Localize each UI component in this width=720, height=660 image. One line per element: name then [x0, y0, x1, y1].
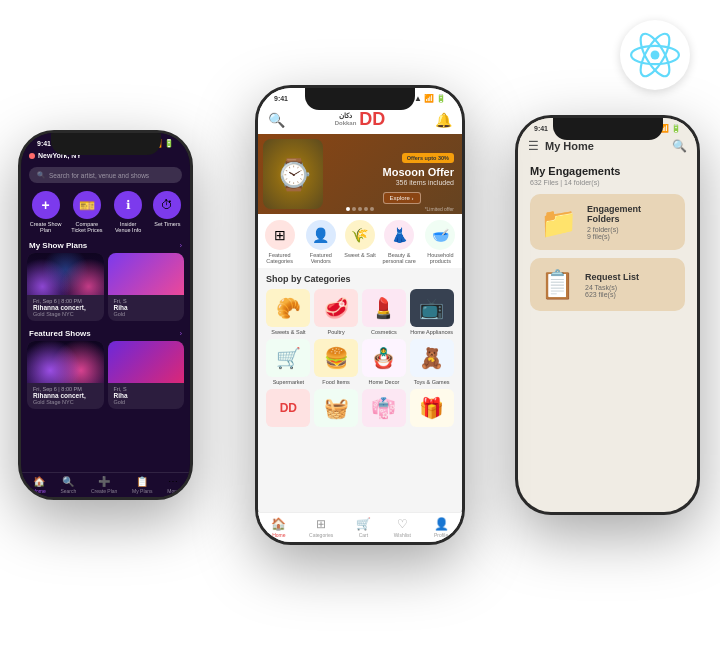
cat-extra2[interactable]: 👘: [362, 389, 407, 429]
banner-text-block: Offers upto 30% Mosoon Offer 356 items i…: [383, 146, 455, 212]
cat-sweets[interactable]: 🥐 Sweets & Salt: [266, 289, 311, 335]
nav-search-label: Search: [60, 488, 76, 494]
cat-appliances[interactable]: 📺 Home Appliances: [409, 289, 454, 335]
engagement-folders-card[interactable]: 📁 Engagement Folders 2 folder(s) 9 file(…: [530, 194, 685, 250]
cat-featured-vendors[interactable]: 👤 Featured Vendors: [303, 220, 339, 264]
featured-vendors-icon: 👤: [306, 220, 336, 250]
categories-grid-row3: DD 🧺 👘 🎁: [266, 389, 454, 429]
show-card-1-info: Fri, Sep 6 | 8:00 PM Rihanna concert, Go…: [27, 295, 104, 321]
nav-more-icon: ⋯: [168, 476, 178, 487]
engagement-folders-detail1: 2 folder(s): [587, 226, 675, 233]
center-time: 9:41: [274, 95, 288, 102]
featured-shows-more[interactable]: ›: [180, 330, 182, 337]
cat-poultry[interactable]: 🥩 Poultry: [314, 289, 359, 335]
dot-1: [346, 207, 350, 211]
home-search-icon[interactable]: 🔍: [672, 139, 687, 153]
nav-home[interactable]: 🏠 Home: [32, 476, 45, 494]
quick-action-insider[interactable]: ℹ Insider Venue Info: [112, 191, 144, 233]
center-home-icon: 🏠: [271, 517, 286, 531]
shop-by-categories: Shop by Categories 🥐 Sweets & Salt 🥩 Pou…: [258, 268, 462, 432]
cat-beauty[interactable]: 👗 Beauty & personal care: [381, 220, 417, 264]
bell-icon[interactable]: 🔔: [435, 112, 452, 128]
extra2-img: 👘: [362, 389, 406, 427]
page-container: 9:41 ▲ 📶 🔋 NewYork, NY 🔍 Search for arti…: [0, 0, 720, 660]
request-list-card[interactable]: 📋 Request List 24 Task(s) 623 file(s): [530, 258, 685, 311]
cat-household[interactable]: 🥣 Household products: [422, 220, 458, 264]
explore-button[interactable]: Explore ›: [383, 192, 421, 204]
center-bottom-nav: 🏠 Home ⊞ Categories 🛒 Cart ♡ Wishlist 👤: [258, 512, 462, 542]
sweet-salt-icon: 🌾: [345, 220, 375, 250]
left-search-bar[interactable]: 🔍 Search for artist, venue and shows: [29, 167, 182, 183]
featured-card-2[interactable]: Fri, S Riha Gold: [108, 341, 185, 409]
nav-search-icon: 🔍: [62, 476, 74, 487]
hamburger-icon[interactable]: ☰: [528, 139, 539, 153]
show-card-2-info: Fri, S Riha Gold: [108, 295, 185, 321]
featured-venue-1: Gold Stage NYC: [33, 399, 98, 405]
nav-create[interactable]: ➕ Create Plan: [91, 476, 117, 494]
my-home-title: My Home: [545, 140, 594, 152]
request-list-info: Request List 24 Task(s) 623 file(s): [585, 272, 675, 298]
center-categories-icon: ⊞: [316, 517, 326, 531]
insider-icon: ℹ: [114, 191, 142, 219]
location-dot: [29, 153, 35, 159]
cat-extra3[interactable]: 🎁: [409, 389, 454, 429]
cosmetics-img: 💄: [362, 289, 406, 327]
nav-create-label: Create Plan: [91, 488, 117, 494]
supermarket-img: 🛒: [266, 339, 310, 377]
home-icon: 🏠: [33, 476, 45, 487]
header-left: ☰ My Home: [528, 139, 594, 153]
search-header-icon[interactable]: 🔍: [268, 112, 285, 128]
cat-extra1[interactable]: 🧺: [314, 389, 359, 429]
featured-card-1[interactable]: Fri, Sep 6 | 8:00 PM Rihanna concert, Go…: [27, 341, 104, 409]
offer-badge: Offers upto 30%: [402, 153, 454, 163]
nav-plans-label: My Plans: [132, 488, 153, 494]
show-card-2[interactable]: Fri, S Riha Gold: [108, 253, 185, 321]
svg-point-0: [651, 51, 660, 60]
dot-5: [370, 207, 374, 211]
center-nav-home[interactable]: 🏠 Home: [271, 517, 286, 538]
my-engagements-section: My Engagements 632 Files | 14 folder(s) …: [518, 157, 697, 323]
center-cart-icon: 🛒: [356, 517, 371, 531]
right-phone-notch: [553, 118, 663, 140]
quick-action-compare[interactable]: 🎫 Compare Ticket Prices: [71, 191, 103, 233]
right-phone: 9:41 ▲ 📶 🔋 ☰ My Home 🔍 My Engagements 63…: [515, 115, 700, 515]
nav-plans[interactable]: 📋 My Plans: [132, 476, 153, 494]
cat-decor[interactable]: 🪆 Home Decor: [362, 339, 407, 385]
sweets-img: 🥐: [266, 289, 310, 327]
extra3-img: 🎁: [410, 389, 454, 427]
quick-action-create[interactable]: + Create Show Plan: [30, 191, 62, 233]
dd-img: DD: [266, 389, 310, 427]
show-plans-more[interactable]: ›: [180, 242, 182, 249]
show-card-1[interactable]: Fri, Sep 6 | 8:00 PM Rihanna concert, Go…: [27, 253, 104, 321]
banner-subtitle: 356 items included: [383, 179, 455, 186]
beauty-icon: 👗: [384, 220, 414, 250]
nav-more-label: More: [167, 488, 178, 494]
nav-more[interactable]: ⋯ More: [167, 476, 178, 494]
featured-venue-2: Gold: [114, 399, 179, 405]
cat-featured-categories[interactable]: ⊞ Featured Categories: [262, 220, 298, 264]
toys-img: 🧸: [410, 339, 454, 377]
cat-toys[interactable]: 🧸 Toys & Games: [409, 339, 454, 385]
center-nav-profile[interactable]: 👤 Profile: [434, 517, 449, 538]
engagements-subtitle: 632 Files | 14 folder(s): [530, 179, 685, 186]
react-logo: [620, 20, 690, 90]
appliances-img: 📺: [410, 289, 454, 327]
cat-supermarket[interactable]: 🛒 Supermarket: [266, 339, 311, 385]
center-wishlist-icon: ♡: [397, 517, 408, 531]
decor-img: 🪆: [362, 339, 406, 377]
promo-banner[interactable]: ⌚ Offers upto 30% Mosoon Offer 356 items…: [258, 134, 462, 214]
center-nav-cart[interactable]: 🛒 Cart: [356, 517, 371, 538]
cat-dd[interactable]: DD: [266, 389, 311, 429]
quick-action-timer[interactable]: ⏱ Set Timers: [153, 191, 181, 233]
nav-search[interactable]: 🔍 Search: [60, 476, 76, 494]
center-nav-wishlist[interactable]: ♡ Wishlist: [394, 517, 411, 538]
featured-card-2-info: Fri, S Riha Gold: [108, 383, 185, 409]
cat-sweet-salt[interactable]: 🌾 Sweet & Salt: [344, 220, 376, 264]
dot-2: [352, 207, 356, 211]
dokkan-logo: دكان Dokkan DD: [335, 109, 386, 130]
cat-food[interactable]: 🍔 Food Items: [314, 339, 359, 385]
cat-cosmetics[interactable]: 💄 Cosmetics: [362, 289, 407, 335]
center-nav-categories[interactable]: ⊞ Categories: [309, 517, 333, 538]
engagements-title: My Engagements: [530, 165, 685, 177]
center-phone-notch: [305, 88, 415, 110]
